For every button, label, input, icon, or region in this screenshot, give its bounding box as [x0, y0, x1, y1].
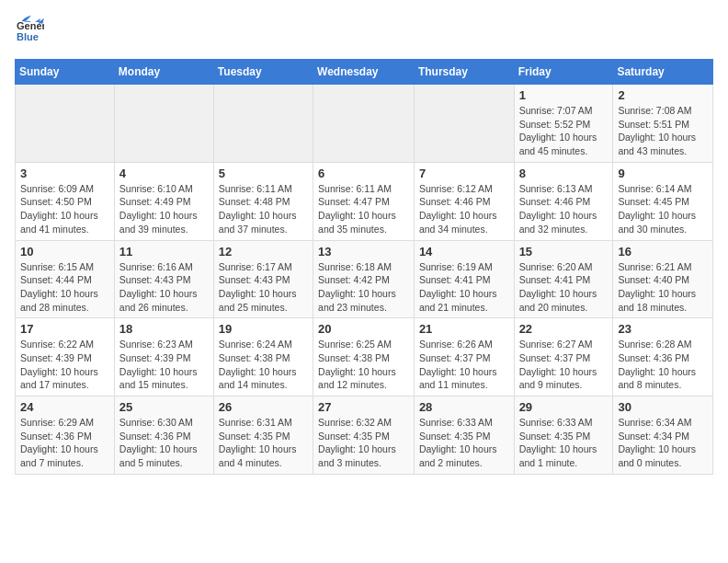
weekday-header-row: SundayMondayTuesdayWednesdayThursdayFrid…	[16, 60, 713, 85]
calendar-cell: 22Sunrise: 6:27 AM Sunset: 4:37 PM Dayli…	[514, 318, 613, 396]
calendar-cell: 24Sunrise: 6:29 AM Sunset: 4:36 PM Dayli…	[16, 396, 115, 475]
day-number: 17	[20, 322, 109, 336]
calendar-cell: 10Sunrise: 6:15 AM Sunset: 4:44 PM Dayli…	[16, 240, 115, 318]
calendar-cell: 18Sunrise: 6:23 AM Sunset: 4:39 PM Dayli…	[114, 318, 213, 396]
calendar-table: SundayMondayTuesdayWednesdayThursdayFrid…	[15, 59, 713, 475]
day-info: Sunrise: 6:29 AM Sunset: 4:36 PM Dayligh…	[20, 416, 109, 470]
day-info: Sunrise: 6:20 AM Sunset: 4:41 PM Dayligh…	[519, 260, 609, 315]
day-number: 13	[318, 245, 409, 259]
day-number: 5	[219, 167, 308, 180]
day-number: 1	[519, 88, 609, 102]
calendar-cell: 4Sunrise: 6:10 AM Sunset: 4:49 PM Daylig…	[114, 162, 213, 240]
calendar-cell: 11Sunrise: 6:16 AM Sunset: 4:43 PM Dayli…	[114, 240, 213, 318]
week-row-1: 1Sunrise: 7:07 AM Sunset: 5:52 PM Daylig…	[16, 85, 713, 163]
day-number: 10	[20, 245, 109, 259]
day-number: 9	[618, 167, 708, 180]
day-number: 16	[618, 245, 708, 259]
weekday-monday: Monday	[114, 60, 213, 85]
weekday-thursday: Thursday	[414, 60, 514, 85]
day-info: Sunrise: 7:07 AM Sunset: 5:52 PM Dayligh…	[519, 104, 609, 158]
day-number: 18	[119, 322, 209, 336]
calendar-cell: 1Sunrise: 7:07 AM Sunset: 5:52 PM Daylig…	[514, 85, 613, 163]
calendar-cell: 3Sunrise: 6:09 AM Sunset: 4:50 PM Daylig…	[16, 162, 115, 240]
day-number: 27	[318, 400, 409, 414]
day-info: Sunrise: 6:34 AM Sunset: 4:34 PM Dayligh…	[618, 416, 708, 470]
day-info: Sunrise: 6:21 AM Sunset: 4:40 PM Dayligh…	[618, 260, 708, 315]
calendar-cell: 19Sunrise: 6:24 AM Sunset: 4:38 PM Dayli…	[213, 318, 313, 396]
calendar-cell: 30Sunrise: 6:34 AM Sunset: 4:34 PM Dayli…	[613, 396, 713, 475]
calendar-cell: 5Sunrise: 6:11 AM Sunset: 4:48 PM Daylig…	[213, 162, 313, 240]
calendar-cell: 12Sunrise: 6:17 AM Sunset: 4:43 PM Dayli…	[213, 240, 313, 318]
day-info: Sunrise: 6:09 AM Sunset: 4:50 PM Dayligh…	[20, 182, 109, 236]
bird-icon	[13, 15, 31, 28]
day-number: 28	[419, 400, 509, 414]
day-number: 20	[318, 322, 409, 336]
day-info: Sunrise: 6:19 AM Sunset: 4:41 PM Dayligh…	[419, 260, 509, 315]
day-info: Sunrise: 6:32 AM Sunset: 4:35 PM Dayligh…	[318, 416, 409, 470]
day-number: 26	[219, 400, 308, 414]
day-number: 19	[219, 322, 308, 336]
day-info: Sunrise: 6:33 AM Sunset: 4:35 PM Dayligh…	[519, 416, 609, 470]
weekday-wednesday: Wednesday	[313, 60, 415, 85]
day-info: Sunrise: 7:08 AM Sunset: 5:51 PM Dayligh…	[618, 104, 708, 158]
day-info: Sunrise: 6:14 AM Sunset: 4:45 PM Dayligh…	[618, 182, 708, 236]
day-number: 7	[419, 167, 509, 180]
week-row-5: 24Sunrise: 6:29 AM Sunset: 4:36 PM Dayli…	[16, 396, 713, 475]
calendar-cell: 13Sunrise: 6:18 AM Sunset: 4:42 PM Dayli…	[313, 240, 415, 318]
day-info: Sunrise: 6:28 AM Sunset: 4:36 PM Dayligh…	[618, 338, 708, 392]
calendar-cell: 8Sunrise: 6:13 AM Sunset: 4:46 PM Daylig…	[514, 162, 613, 240]
day-info: Sunrise: 6:24 AM Sunset: 4:38 PM Dayligh…	[219, 338, 308, 392]
day-number: 8	[519, 167, 609, 180]
week-row-2: 3Sunrise: 6:09 AM Sunset: 4:50 PM Daylig…	[16, 162, 713, 240]
day-number: 22	[519, 322, 609, 336]
day-number: 24	[20, 400, 109, 414]
weekday-saturday: Saturday	[613, 60, 713, 85]
day-info: Sunrise: 6:22 AM Sunset: 4:39 PM Dayligh…	[20, 338, 109, 392]
day-info: Sunrise: 6:17 AM Sunset: 4:43 PM Dayligh…	[219, 260, 308, 315]
calendar-cell: 17Sunrise: 6:22 AM Sunset: 4:39 PM Dayli…	[16, 318, 115, 396]
day-info: Sunrise: 6:33 AM Sunset: 4:35 PM Dayligh…	[419, 416, 509, 470]
day-info: Sunrise: 6:15 AM Sunset: 4:44 PM Dayligh…	[20, 260, 109, 315]
day-number: 3	[20, 167, 109, 180]
calendar-cell: 15Sunrise: 6:20 AM Sunset: 4:41 PM Dayli…	[514, 240, 613, 318]
calendar-cell: 7Sunrise: 6:12 AM Sunset: 4:46 PM Daylig…	[414, 162, 514, 240]
calendar-body: 1Sunrise: 7:07 AM Sunset: 5:52 PM Daylig…	[16, 85, 713, 475]
day-info: Sunrise: 6:23 AM Sunset: 4:39 PM Dayligh…	[119, 338, 209, 392]
logo: General Blue	[15, 15, 31, 48]
day-number: 29	[519, 400, 609, 414]
calendar-cell: 27Sunrise: 6:32 AM Sunset: 4:35 PM Dayli…	[313, 396, 415, 475]
weekday-tuesday: Tuesday	[213, 60, 313, 85]
svg-text:Blue: Blue	[17, 31, 39, 42]
day-number: 6	[318, 167, 409, 180]
day-info: Sunrise: 6:12 AM Sunset: 4:46 PM Dayligh…	[419, 182, 509, 236]
day-info: Sunrise: 6:16 AM Sunset: 4:43 PM Dayligh…	[119, 260, 209, 315]
day-info: Sunrise: 6:18 AM Sunset: 4:42 PM Dayligh…	[318, 260, 409, 315]
calendar-cell	[114, 85, 213, 163]
calendar-cell: 26Sunrise: 6:31 AM Sunset: 4:35 PM Dayli…	[213, 396, 313, 475]
day-number: 14	[419, 245, 509, 259]
calendar-cell: 16Sunrise: 6:21 AM Sunset: 4:40 PM Dayli…	[613, 240, 713, 318]
calendar-cell	[313, 85, 415, 163]
calendar-cell: 23Sunrise: 6:28 AM Sunset: 4:36 PM Dayli…	[613, 318, 713, 396]
day-info: Sunrise: 6:26 AM Sunset: 4:37 PM Dayligh…	[419, 338, 509, 392]
day-number: 4	[119, 167, 209, 180]
day-info: Sunrise: 6:10 AM Sunset: 4:49 PM Dayligh…	[119, 182, 209, 236]
week-row-4: 17Sunrise: 6:22 AM Sunset: 4:39 PM Dayli…	[16, 318, 713, 396]
weekday-friday: Friday	[514, 60, 613, 85]
day-info: Sunrise: 6:11 AM Sunset: 4:48 PM Dayligh…	[219, 182, 308, 236]
calendar-cell: 28Sunrise: 6:33 AM Sunset: 4:35 PM Dayli…	[414, 396, 514, 475]
calendar-cell: 25Sunrise: 6:30 AM Sunset: 4:36 PM Dayli…	[114, 396, 213, 475]
weekday-sunday: Sunday	[16, 60, 115, 85]
day-info: Sunrise: 6:25 AM Sunset: 4:38 PM Dayligh…	[318, 338, 409, 392]
day-info: Sunrise: 6:11 AM Sunset: 4:47 PM Dayligh…	[318, 182, 409, 236]
calendar-cell	[16, 85, 115, 163]
calendar-cell	[414, 85, 514, 163]
day-info: Sunrise: 6:27 AM Sunset: 4:37 PM Dayligh…	[519, 338, 609, 392]
day-number: 25	[119, 400, 209, 414]
day-info: Sunrise: 6:30 AM Sunset: 4:36 PM Dayligh…	[119, 416, 209, 470]
calendar-cell: 6Sunrise: 6:11 AM Sunset: 4:47 PM Daylig…	[313, 162, 415, 240]
calendar-cell	[213, 85, 313, 163]
day-number: 11	[119, 245, 209, 259]
page-header: General Blue	[15, 15, 713, 48]
week-row-3: 10Sunrise: 6:15 AM Sunset: 4:44 PM Dayli…	[16, 240, 713, 318]
